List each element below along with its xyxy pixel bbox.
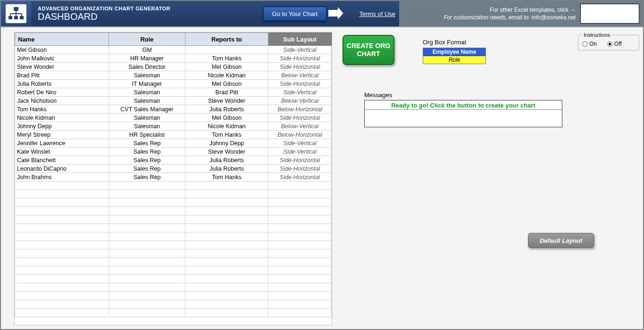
table-row-empty[interactable] <box>15 241 332 249</box>
cell-empty[interactable] <box>109 275 185 283</box>
cell-empty[interactable] <box>109 215 185 224</box>
table-row[interactable]: Robert De NiroSalesmanBrad PittSide-Vert… <box>15 88 332 97</box>
cell-layout[interactable]: Side-Vertical <box>268 46 332 54</box>
instructions-off-radio[interactable]: Off <box>607 41 622 47</box>
cell-empty[interactable] <box>185 275 268 283</box>
cell-empty[interactable] <box>109 232 185 241</box>
cell-name[interactable]: Jennifer Lawrence <box>15 139 109 148</box>
cell-reports[interactable]: Julia Roberts <box>185 165 268 173</box>
cell-layout[interactable]: Side-Vertical <box>268 148 332 156</box>
cell-empty[interactable] <box>15 300 109 309</box>
cell-empty[interactable] <box>15 309 109 317</box>
cell-empty[interactable] <box>15 292 109 300</box>
cell-role[interactable]: HR Specialist <box>109 131 185 139</box>
cell-empty[interactable] <box>185 241 268 249</box>
cell-name[interactable]: Leonardo DiCaprio <box>15 165 109 173</box>
cell-empty[interactable] <box>268 215 332 224</box>
cell-reports[interactable]: Julia Roberts <box>185 105 268 114</box>
cell-empty[interactable] <box>268 283 332 292</box>
table-row-empty[interactable] <box>15 232 332 241</box>
table-row-empty[interactable] <box>15 198 332 207</box>
cell-empty[interactable] <box>109 249 185 258</box>
cell-role[interactable]: Salesman <box>109 114 185 122</box>
cell-empty[interactable] <box>268 207 332 215</box>
goto-chart-button[interactable]: Go to Your Chart <box>263 6 345 21</box>
cell-name[interactable]: Kate Winslet <box>15 148 109 156</box>
cell-empty[interactable] <box>268 292 332 300</box>
table-row[interactable]: Jack NicholsonSalesmanSteve WonderBelow-… <box>15 97 332 105</box>
cell-name[interactable]: Meryl Streep <box>15 131 109 139</box>
cell-layout[interactable]: Side-Vertical <box>268 139 332 148</box>
table-row-empty[interactable] <box>15 207 332 215</box>
cell-layout[interactable]: Below-Horizontal <box>268 131 332 139</box>
cell-role[interactable]: Salesman <box>109 122 185 131</box>
instructions-on-radio[interactable]: On <box>582 41 597 47</box>
cell-layout[interactable]: Below-Vertical <box>268 122 332 131</box>
cell-empty[interactable] <box>15 241 109 249</box>
cell-empty[interactable] <box>185 266 268 275</box>
cell-empty[interactable] <box>268 198 332 207</box>
cell-empty[interactable] <box>109 258 185 266</box>
cell-role[interactable]: Sales Rep <box>109 148 185 156</box>
cell-layout[interactable]: Side-Horizontal <box>268 156 332 165</box>
terms-link[interactable]: Terms of Use <box>359 10 395 17</box>
cell-empty[interactable] <box>185 283 268 292</box>
cell-reports[interactable]: Brad Pitt <box>185 88 268 97</box>
cell-empty[interactable] <box>15 207 109 215</box>
cell-empty[interactable] <box>15 182 109 190</box>
cell-reports[interactable]: Tom Hanks <box>185 131 268 139</box>
cell-role[interactable]: HR Manager <box>109 54 185 63</box>
cell-empty[interactable] <box>268 275 332 283</box>
table-row[interactable]: Johnny DeppSalesmanNicole KidmanBelow-Ve… <box>15 122 332 131</box>
cell-empty[interactable] <box>185 300 268 309</box>
cell-role[interactable]: IT Manager <box>109 80 185 88</box>
cell-empty[interactable] <box>109 198 185 207</box>
cell-empty[interactable] <box>268 182 332 190</box>
cell-empty[interactable] <box>268 300 332 309</box>
table-row-empty[interactable] <box>15 300 332 309</box>
cell-layout[interactable]: Side-Horizontal <box>268 63 332 71</box>
table-row[interactable]: Jennifer LawrenceSales RepJohnny DeppSid… <box>15 139 332 148</box>
table-row[interactable]: Meryl StreepHR SpecialistTom HanksBelow-… <box>15 131 332 139</box>
table-row[interactable]: Mel GibsonGMSide-Vertical <box>15 46 332 54</box>
cell-empty[interactable] <box>109 266 185 275</box>
cell-layout[interactable]: Side-Horizontal <box>268 114 332 122</box>
cell-empty[interactable] <box>268 232 332 241</box>
cell-reports[interactable]: Nicole Kidman <box>185 122 268 131</box>
cell-empty[interactable] <box>268 249 332 258</box>
cell-empty[interactable] <box>15 283 109 292</box>
table-row-empty[interactable] <box>15 283 332 292</box>
cell-reports[interactable]: Mel Gibson <box>185 114 268 122</box>
cell-empty[interactable] <box>15 275 109 283</box>
cell-role[interactable]: Sales Rep <box>109 165 185 173</box>
cell-layout[interactable]: Side-Horizontal <box>268 54 332 63</box>
table-row-empty[interactable] <box>15 292 332 300</box>
cell-empty[interactable] <box>185 309 268 317</box>
cell-role[interactable]: Salesman <box>109 97 185 105</box>
cell-role[interactable]: Sales Rep <box>109 139 185 148</box>
cell-layout[interactable]: Side-Horizontal <box>268 165 332 173</box>
cell-reports[interactable]: Tom Hanks <box>185 173 268 182</box>
cell-name[interactable]: Julia Roberts <box>15 80 109 88</box>
table-row-empty[interactable] <box>15 190 332 198</box>
cell-reports[interactable]: Nicole Kidman <box>185 71 268 80</box>
table-row[interactable]: Tom HanksCVT Sales ManagerJulia RobertsB… <box>15 105 332 114</box>
cell-empty[interactable] <box>268 266 332 275</box>
cell-role[interactable]: Sales Rep <box>109 173 185 182</box>
table-row[interactable]: Steve WonderSales DirectorMel GibsonSide… <box>15 63 332 71</box>
cell-empty[interactable] <box>185 215 268 224</box>
default-layout-button[interactable]: Default Layout <box>528 233 594 248</box>
cell-empty[interactable] <box>109 182 185 190</box>
cell-name[interactable]: Steve Wonder <box>15 63 109 71</box>
cell-reports[interactable]: Johnny Depp <box>185 139 268 148</box>
cell-empty[interactable] <box>185 182 268 190</box>
table-row[interactable]: John MalkovicHR ManagerTom HanksSide-Hor… <box>15 54 332 63</box>
cell-reports[interactable]: Mel Gibson <box>185 80 268 88</box>
cell-empty[interactable] <box>15 249 109 258</box>
cell-name[interactable]: Robert De Niro <box>15 88 109 97</box>
cell-reports[interactable] <box>185 46 268 54</box>
cell-empty[interactable] <box>15 198 109 207</box>
table-row[interactable]: Brad PittSalesmanNicole KidmanBelow-Vert… <box>15 71 332 80</box>
cell-layout[interactable]: Side-Horizontal <box>268 80 332 88</box>
cell-empty[interactable] <box>268 224 332 232</box>
